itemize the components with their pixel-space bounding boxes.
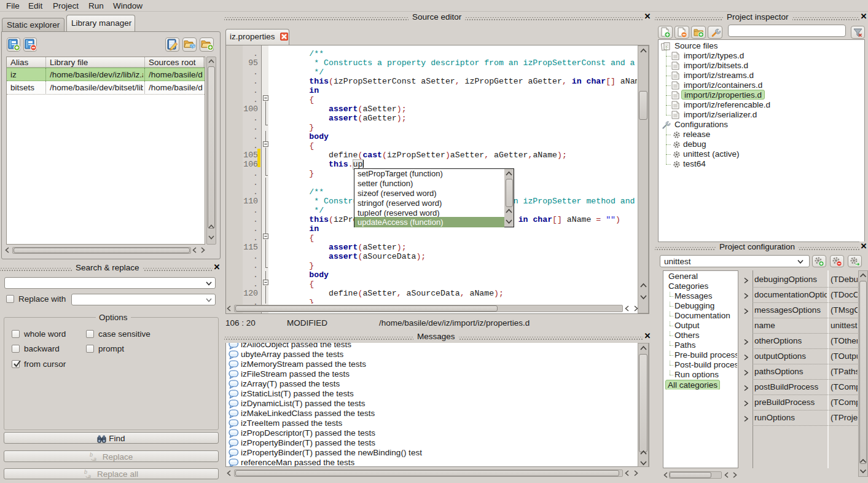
svg-text:a: a (93, 456, 96, 462)
svg-text:b: b (90, 452, 93, 458)
svg-text:b: b (84, 469, 87, 475)
svg-text:a: a (88, 473, 91, 479)
